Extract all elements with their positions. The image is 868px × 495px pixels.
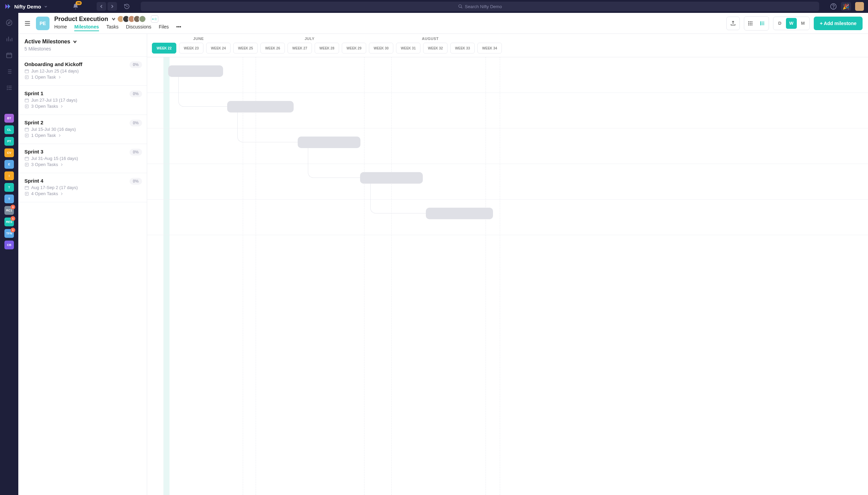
- svg-point-0: [459, 5, 462, 7]
- chevron-down-icon: [44, 4, 48, 8]
- timeline-row: [147, 200, 868, 235]
- milestone-tasks[interactable]: 4 Open Tasks: [24, 191, 141, 196]
- week-button[interactable]: WEEK 30: [369, 43, 393, 53]
- week-button[interactable]: WEEK 25: [233, 43, 258, 53]
- rail-project-cb[interactable]: CB: [4, 241, 14, 249]
- week-button[interactable]: WEEK 29: [342, 43, 366, 53]
- dependency-connector: [370, 184, 426, 214]
- milestone-bar[interactable]: [227, 101, 294, 113]
- sidebar-title-row[interactable]: Active Milestones: [24, 39, 141, 45]
- tab-files[interactable]: Files: [159, 24, 169, 31]
- workspace-switcher[interactable]: Nifty Demo: [4, 3, 48, 10]
- milestone-bar[interactable]: [298, 137, 361, 148]
- member-avatars[interactable]: [119, 15, 146, 23]
- rail-project-rc1[interactable]: RC13: [4, 206, 14, 215]
- search-icon: [458, 4, 463, 9]
- milestone-title: Sprint 2: [24, 120, 141, 125]
- zoom-w[interactable]: W: [786, 18, 797, 29]
- week-button[interactable]: WEEK 22: [152, 43, 176, 53]
- milestone-tasks[interactable]: 3 Open Tasks: [24, 104, 141, 109]
- share-button[interactable]: [726, 17, 740, 30]
- sidebar-header: Active Milestones 5 Milestones: [18, 34, 147, 56]
- view-grid-button[interactable]: [744, 17, 756, 30]
- milestone-percent: 0%: [130, 178, 142, 185]
- user-avatar[interactable]: [855, 2, 864, 11]
- week-button[interactable]: WEEK 28: [315, 43, 339, 53]
- project-badge: 1: [11, 228, 15, 233]
- add-milestone-button[interactable]: + Add milestone: [814, 17, 863, 30]
- week-button[interactable]: WEEK 27: [287, 43, 312, 53]
- week-button[interactable]: WEEK 26: [261, 43, 285, 53]
- main-content: PE Product Execution +☆ HomeMilestonesTa…: [18, 13, 868, 495]
- left-rail: BTCLPTCVEITTRC13RES1TFN1CB: [0, 13, 18, 495]
- timeline: JUNEJULYAUGUST WEEK 22WEEK 23WEEK 24WEEK…: [147, 34, 868, 495]
- week-button[interactable]: WEEK 23: [179, 43, 203, 53]
- chevron-right-icon: [60, 192, 63, 195]
- svg-point-16: [761, 23, 761, 24]
- rail-project-i[interactable]: I: [4, 171, 14, 180]
- add-member-button[interactable]: +☆: [151, 15, 158, 23]
- svg-rect-23: [25, 134, 28, 137]
- milestone-title: Sprint 3: [24, 149, 141, 154]
- rail-project-e[interactable]: E: [4, 160, 14, 169]
- tab-tasks[interactable]: Tasks: [106, 24, 119, 31]
- svg-point-2: [833, 8, 834, 8]
- week-button[interactable]: WEEK 34: [478, 43, 502, 53]
- week-button[interactable]: WEEK 33: [450, 43, 475, 53]
- rail-project-tfn[interactable]: TFN1: [4, 229, 14, 238]
- rail-list-icon[interactable]: [5, 68, 13, 75]
- milestone-item[interactable]: Onboarding and KickoffJun 12-Jun 25 (14 …: [18, 56, 147, 86]
- rail-analytics-icon[interactable]: [5, 35, 13, 43]
- project-title: Product Execution: [54, 16, 108, 23]
- help-button[interactable]: [830, 3, 837, 10]
- milestone-item[interactable]: Sprint 1Jun 27-Jul 13 (17 days)3 Open Ta…: [18, 86, 147, 115]
- month-august: AUGUST: [369, 34, 491, 43]
- tab-milestones[interactable]: Milestones: [74, 24, 99, 31]
- milestone-percent: 0%: [130, 61, 142, 68]
- svg-rect-14: [751, 24, 752, 25]
- project-header: PE Product Execution +☆ HomeMilestonesTa…: [18, 13, 868, 34]
- rail-calendar-icon[interactable]: [5, 51, 13, 59]
- svg-rect-22: [25, 128, 29, 131]
- milestone-item[interactable]: Sprint 4Aug 17-Sep 2 (17 days)4 Open Tas…: [18, 173, 147, 202]
- zoom-m[interactable]: M: [798, 18, 808, 29]
- milestone-bar[interactable]: [426, 208, 493, 219]
- milestone-title: Sprint 1: [24, 90, 141, 96]
- milestone-tasks[interactable]: 1 Open Task: [24, 133, 141, 138]
- tab-more[interactable]: •••: [176, 24, 181, 31]
- history-button[interactable]: [124, 3, 130, 10]
- tab-home[interactable]: Home: [54, 24, 67, 31]
- tab-discussions[interactable]: Discussions: [126, 24, 152, 31]
- rail-compass-icon[interactable]: [5, 19, 13, 27]
- nav-forward-button[interactable]: [107, 2, 117, 11]
- rail-tasks-icon[interactable]: [5, 84, 13, 91]
- timeline-row: [147, 57, 868, 93]
- rail-project-pt[interactable]: PT: [4, 137, 14, 146]
- week-button[interactable]: WEEK 31: [396, 43, 420, 53]
- project-dropdown-icon[interactable]: [111, 16, 116, 22]
- rail-project-cl[interactable]: CL: [4, 125, 14, 134]
- rail-project-bt[interactable]: BT: [4, 114, 14, 123]
- svg-point-15: [761, 22, 761, 22]
- view-list-button[interactable]: [756, 17, 769, 30]
- search-input[interactable]: Search Nifty Demo: [141, 2, 819, 11]
- milestone-tasks[interactable]: 3 Open Tasks: [24, 162, 141, 167]
- dependency-connector: [178, 77, 227, 107]
- rail-project-t[interactable]: T: [4, 194, 14, 203]
- nav-back-button[interactable]: [97, 2, 106, 11]
- rail-project-res[interactable]: RES1: [4, 218, 14, 226]
- hamburger-menu-button[interactable]: [24, 20, 31, 27]
- milestone-item[interactable]: Sprint 2Jul 15-Jul 30 (16 days)1 Open Ta…: [18, 115, 147, 144]
- rail-project-t[interactable]: T: [4, 183, 14, 192]
- milestone-bar[interactable]: [360, 172, 423, 184]
- week-button[interactable]: WEEK 24: [206, 43, 231, 53]
- zoom-d[interactable]: D: [774, 18, 785, 29]
- milestone-item[interactable]: Sprint 3Jul 31-Aug 15 (16 days)3 Open Ta…: [18, 144, 147, 173]
- week-button[interactable]: WEEK 32: [423, 43, 448, 53]
- notifications-button[interactable]: 39: [72, 3, 79, 10]
- milestone-tasks[interactable]: 1 Open Task: [24, 74, 141, 80]
- milestone-dates: Jul 15-Jul 30 (16 days): [24, 127, 141, 132]
- rail-project-cv[interactable]: CV: [4, 149, 14, 157]
- celebrate-button[interactable]: 🎉: [841, 2, 851, 11]
- milestone-bar[interactable]: [168, 65, 223, 77]
